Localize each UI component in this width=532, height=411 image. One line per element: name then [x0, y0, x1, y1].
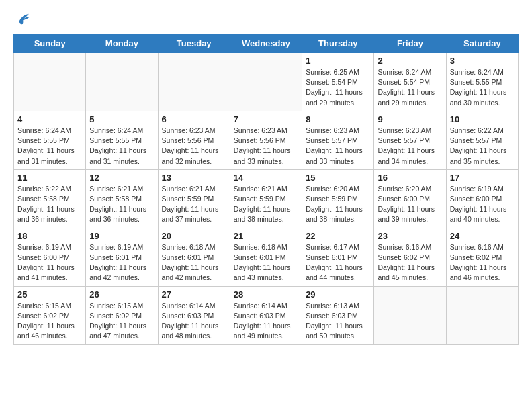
calendar-week-row: 18Sunrise: 6:19 AMSunset: 6:00 PMDayligh… — [14, 228, 519, 286]
day-number: 29 — [306, 289, 370, 300]
day-number: 8 — [306, 114, 370, 124]
calendar-week-row: 4Sunrise: 6:24 AMSunset: 5:55 PMDaylight… — [14, 111, 519, 169]
day-info: Sunrise: 6:23 AMSunset: 5:57 PMDaylight:… — [378, 126, 442, 167]
calendar-cell — [446, 286, 518, 345]
day-number: 17 — [450, 173, 515, 183]
day-number: 25 — [17, 289, 82, 300]
day-number: 6 — [162, 114, 226, 124]
day-header-monday: Monday — [86, 34, 158, 53]
day-info: Sunrise: 6:17 AMSunset: 6:01 PMDaylight:… — [306, 242, 370, 283]
day-info: Sunrise: 6:16 AMSunset: 6:02 PMDaylight:… — [450, 242, 515, 283]
day-number: 1 — [306, 56, 370, 66]
day-info: Sunrise: 6:19 AMSunset: 6:01 PMDaylight:… — [89, 242, 154, 283]
day-info: Sunrise: 6:23 AMSunset: 5:56 PMDaylight:… — [234, 126, 298, 167]
logo-bird-icon — [15, 11, 31, 27]
day-number: 26 — [89, 289, 154, 300]
calendar-cell: 28Sunrise: 6:14 AMSunset: 6:03 PMDayligh… — [230, 286, 302, 345]
calendar-cell: 9Sunrise: 6:23 AMSunset: 5:57 PMDaylight… — [374, 111, 446, 169]
day-number: 5 — [89, 114, 154, 124]
day-number: 20 — [162, 231, 226, 241]
day-number: 13 — [162, 173, 226, 183]
calendar-cell: 11Sunrise: 6:22 AMSunset: 5:58 PMDayligh… — [14, 169, 86, 228]
calendar-cell: 1Sunrise: 6:25 AMSunset: 5:54 PMDaylight… — [302, 53, 374, 111]
day-info: Sunrise: 6:23 AMSunset: 5:56 PMDaylight:… — [162, 126, 226, 167]
calendar-cell: 17Sunrise: 6:19 AMSunset: 6:00 PMDayligh… — [446, 169, 518, 228]
day-number: 27 — [162, 289, 226, 300]
calendar-cell: 12Sunrise: 6:21 AMSunset: 5:58 PMDayligh… — [86, 169, 158, 228]
day-info: Sunrise: 6:21 AMSunset: 5:58 PMDaylight:… — [89, 184, 154, 225]
day-info: Sunrise: 6:14 AMSunset: 6:03 PMDaylight:… — [234, 301, 298, 342]
calendar-cell: 26Sunrise: 6:15 AMSunset: 6:02 PMDayligh… — [86, 286, 158, 345]
calendar-cell — [374, 286, 446, 345]
calendar-cell: 21Sunrise: 6:18 AMSunset: 6:01 PMDayligh… — [230, 228, 302, 286]
calendar-cell: 22Sunrise: 6:17 AMSunset: 6:01 PMDayligh… — [302, 228, 374, 286]
calendar-header-row: SundayMondayTuesdayWednesdayThursdayFrid… — [14, 34, 519, 53]
day-header-sunday: Sunday — [14, 34, 86, 53]
day-number: 3 — [450, 56, 515, 66]
day-info: Sunrise: 6:21 AMSunset: 5:59 PMDaylight:… — [234, 184, 298, 225]
day-info: Sunrise: 6:15 AMSunset: 6:02 PMDaylight:… — [17, 301, 82, 342]
day-number: 21 — [234, 231, 298, 241]
calendar-cell: 20Sunrise: 6:18 AMSunset: 6:01 PMDayligh… — [158, 228, 230, 286]
day-number: 7 — [234, 114, 298, 124]
calendar-cell: 16Sunrise: 6:20 AMSunset: 6:00 PMDayligh… — [374, 169, 446, 228]
day-number: 18 — [17, 231, 82, 241]
day-info: Sunrise: 6:24 AMSunset: 5:55 PMDaylight:… — [450, 67, 515, 108]
calendar-cell — [86, 53, 158, 111]
day-number: 2 — [378, 56, 442, 66]
day-number: 15 — [306, 173, 370, 183]
day-header-thursday: Thursday — [302, 34, 374, 53]
day-number: 9 — [378, 114, 442, 124]
calendar-cell: 18Sunrise: 6:19 AMSunset: 6:00 PMDayligh… — [14, 228, 86, 286]
day-info: Sunrise: 6:14 AMSunset: 6:03 PMDaylight:… — [162, 301, 226, 342]
page-header — [13, 11, 519, 27]
calendar-cell: 2Sunrise: 6:24 AMSunset: 5:54 PMDaylight… — [374, 53, 446, 111]
day-info: Sunrise: 6:18 AMSunset: 6:01 PMDaylight:… — [234, 242, 298, 283]
calendar-cell: 15Sunrise: 6:20 AMSunset: 5:59 PMDayligh… — [302, 169, 374, 228]
day-number: 28 — [234, 289, 298, 300]
day-number: 10 — [450, 114, 515, 124]
calendar-cell — [230, 53, 302, 111]
day-info: Sunrise: 6:20 AMSunset: 5:59 PMDaylight:… — [306, 184, 370, 225]
day-info: Sunrise: 6:20 AMSunset: 6:00 PMDaylight:… — [378, 184, 442, 225]
day-header-friday: Friday — [374, 34, 446, 53]
calendar-table: SundayMondayTuesdayWednesdayThursdayFrid… — [13, 34, 519, 345]
day-number: 14 — [234, 173, 298, 183]
calendar-cell — [158, 53, 230, 111]
calendar-cell — [14, 53, 86, 111]
calendar-cell: 23Sunrise: 6:16 AMSunset: 6:02 PMDayligh… — [374, 228, 446, 286]
day-info: Sunrise: 6:21 AMSunset: 5:59 PMDaylight:… — [162, 184, 226, 225]
day-number: 16 — [378, 173, 442, 183]
day-info: Sunrise: 6:24 AMSunset: 5:54 PMDaylight:… — [378, 67, 442, 108]
day-info: Sunrise: 6:22 AMSunset: 5:57 PMDaylight:… — [450, 126, 515, 167]
day-number: 23 — [378, 231, 442, 241]
day-info: Sunrise: 6:18 AMSunset: 6:01 PMDaylight:… — [162, 242, 226, 283]
day-header-saturday: Saturday — [446, 34, 518, 53]
day-number: 4 — [17, 114, 82, 124]
day-number: 24 — [450, 231, 515, 241]
day-info: Sunrise: 6:23 AMSunset: 5:57 PMDaylight:… — [306, 126, 370, 167]
day-info: Sunrise: 6:25 AMSunset: 5:54 PMDaylight:… — [306, 67, 370, 108]
day-header-tuesday: Tuesday — [158, 34, 230, 53]
calendar-cell: 29Sunrise: 6:13 AMSunset: 6:03 PMDayligh… — [302, 286, 374, 345]
day-info: Sunrise: 6:16 AMSunset: 6:02 PMDaylight:… — [378, 242, 442, 283]
calendar-cell: 19Sunrise: 6:19 AMSunset: 6:01 PMDayligh… — [86, 228, 158, 286]
calendar-cell: 13Sunrise: 6:21 AMSunset: 5:59 PMDayligh… — [158, 169, 230, 228]
logo — [13, 11, 31, 27]
calendar-cell: 3Sunrise: 6:24 AMSunset: 5:55 PMDaylight… — [446, 53, 518, 111]
calendar-cell: 10Sunrise: 6:22 AMSunset: 5:57 PMDayligh… — [446, 111, 518, 169]
calendar-cell: 14Sunrise: 6:21 AMSunset: 5:59 PMDayligh… — [230, 169, 302, 228]
day-number: 22 — [306, 231, 370, 241]
calendar-week-row: 1Sunrise: 6:25 AMSunset: 5:54 PMDaylight… — [14, 53, 519, 111]
calendar-cell: 24Sunrise: 6:16 AMSunset: 6:02 PMDayligh… — [446, 228, 518, 286]
calendar-week-row: 25Sunrise: 6:15 AMSunset: 6:02 PMDayligh… — [14, 286, 519, 345]
calendar-cell: 8Sunrise: 6:23 AMSunset: 5:57 PMDaylight… — [302, 111, 374, 169]
calendar-cell: 4Sunrise: 6:24 AMSunset: 5:55 PMDaylight… — [14, 111, 86, 169]
calendar-cell: 7Sunrise: 6:23 AMSunset: 5:56 PMDaylight… — [230, 111, 302, 169]
day-header-wednesday: Wednesday — [230, 34, 302, 53]
day-number: 12 — [89, 173, 154, 183]
calendar-cell: 5Sunrise: 6:24 AMSunset: 5:55 PMDaylight… — [86, 111, 158, 169]
calendar-cell: 25Sunrise: 6:15 AMSunset: 6:02 PMDayligh… — [14, 286, 86, 345]
day-info: Sunrise: 6:22 AMSunset: 5:58 PMDaylight:… — [17, 184, 82, 225]
calendar-cell: 6Sunrise: 6:23 AMSunset: 5:56 PMDaylight… — [158, 111, 230, 169]
